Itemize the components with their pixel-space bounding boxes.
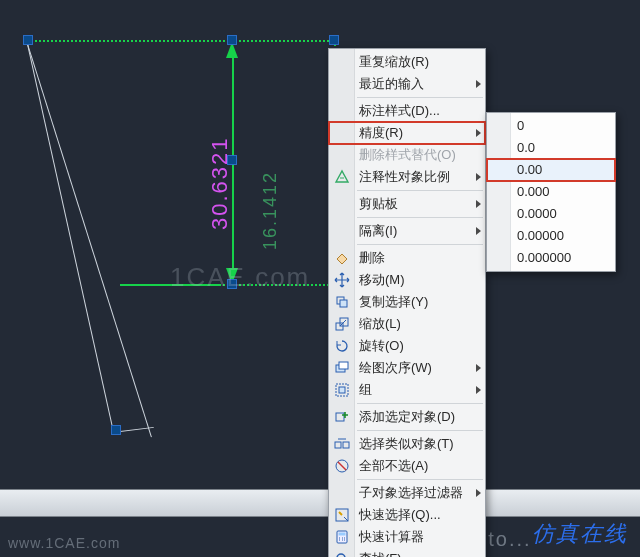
precision-option[interactable]: 0.00000 (487, 225, 615, 247)
menu-item-find[interactable]: 查找(F)... (329, 548, 485, 557)
menu-item-label: 移动(M) (359, 272, 405, 287)
geom-line-2 (27, 44, 152, 437)
selection-grip[interactable] (329, 35, 339, 45)
menu-item-label: 添加选定对象(D) (359, 409, 455, 424)
precision-option-label: 0.0000 (517, 206, 557, 221)
precision-option-label: 0 (517, 118, 524, 133)
menu-item-label: 最近的输入 (359, 76, 424, 91)
context-menu[interactable]: 重复缩放(R)最近的输入标注样式(D)...精度(R)删除样式替代(O)注释性对… (328, 48, 486, 557)
menu-item-addsel[interactable]: 添加选定对象(D) (329, 406, 485, 428)
precision-submenu[interactable]: 00.00.000.0000.00000.000000.000000 (486, 112, 616, 272)
menu-separator (357, 190, 483, 191)
menu-item-annoscale[interactable]: 注释性对象比例 (329, 166, 485, 188)
menu-item-label: 选择类似对象(T) (359, 436, 454, 451)
watermark-bottom-left: www.1CAE.com (8, 535, 120, 551)
move-icon (333, 271, 351, 289)
menu-item-scale[interactable]: 缩放(L) (329, 313, 485, 335)
watermark-center: 1CAE.com (170, 262, 310, 293)
menu-item-label: 标注样式(D)... (359, 103, 440, 118)
menu-item-label: 全部不选(A) (359, 458, 428, 473)
menu-item-label: 快速计算器 (359, 529, 424, 544)
menu-item-label: 查找(F)... (359, 551, 412, 557)
precision-option[interactable]: 0.000000 (487, 247, 615, 269)
precision-option-label: 0.000000 (517, 250, 571, 265)
precision-option-label: 0.00 (517, 162, 542, 177)
find-icon (333, 550, 351, 557)
menu-item-rotate[interactable]: 旋转(O) (329, 335, 485, 357)
qsel-icon (333, 506, 351, 524)
anno-icon (333, 168, 351, 186)
addsel-icon (333, 408, 351, 426)
menu-item-label: 重复缩放(R) (359, 54, 429, 69)
selection-grip[interactable] (227, 155, 237, 165)
menu-item-quickcalc[interactable]: 快速计算器 (329, 526, 485, 548)
menu-item-label: 子对象选择过滤器 (359, 485, 463, 500)
menu-item-label: 旋转(O) (359, 338, 404, 353)
svg-rect-1 (340, 300, 347, 307)
selsim-icon (333, 435, 351, 453)
drawing-canvas[interactable]: 30.6321 16.1412 1CAE.com www.1CAE.com 仿真… (0, 0, 640, 557)
selection-grip[interactable] (111, 425, 121, 435)
menu-item-repeat[interactable]: 重复缩放(R) (329, 51, 485, 73)
menu-separator (357, 479, 483, 480)
menu-separator (357, 217, 483, 218)
menu-item-isolate[interactable]: 隔离(I) (329, 220, 485, 242)
menu-item-clipboard[interactable]: 剪贴板 (329, 193, 485, 215)
selection-grip[interactable] (227, 35, 237, 45)
menu-item-erase[interactable]: 删除 (329, 247, 485, 269)
menu-item-recent[interactable]: 最近的输入 (329, 73, 485, 95)
dimension-value-secondary: 16.1412 (260, 171, 281, 250)
menu-item-delstyle: 删除样式替代(O) (329, 144, 485, 166)
menu-separator (357, 430, 483, 431)
menu-item-draworder[interactable]: 绘图次序(W) (329, 357, 485, 379)
menu-item-copysel[interactable]: 复制选择(Y) (329, 291, 485, 313)
menu-item-label: 精度(R) (359, 125, 403, 140)
menu-separator (357, 244, 483, 245)
erase-icon (333, 249, 351, 267)
submenu-arrow-icon (476, 227, 481, 235)
submenu-arrow-icon (476, 200, 481, 208)
menu-item-dimstyle[interactable]: 标注样式(D)... (329, 100, 485, 122)
menu-item-subfilter[interactable]: 子对象选择过滤器 (329, 482, 485, 504)
calc-icon (333, 528, 351, 546)
precision-option-label: 0.000 (517, 184, 550, 199)
extension-line-top (24, 40, 336, 42)
menu-item-label: 复制选择(Y) (359, 294, 428, 309)
watermark-bottom-right: 仿真在线 (532, 519, 628, 549)
geom-line-1 (27, 44, 115, 435)
svg-rect-5 (339, 362, 348, 369)
submenu-arrow-icon (476, 173, 481, 181)
menu-item-selsimilar[interactable]: 选择类似对象(T) (329, 433, 485, 455)
svg-rect-9 (335, 442, 341, 448)
svg-rect-14 (339, 533, 346, 536)
menu-item-label: 剪贴板 (359, 196, 398, 211)
desel-icon (333, 457, 351, 475)
precision-option[interactable]: 0.0 (487, 137, 615, 159)
menu-item-label: 快速选择(Q)... (359, 507, 441, 522)
menu-item-qselect[interactable]: 快速选择(Q)... (329, 504, 485, 526)
submenu-arrow-icon (476, 386, 481, 394)
copy-icon (333, 293, 351, 311)
menu-item-group[interactable]: 组 (329, 379, 485, 401)
menu-item-label: 绘图次序(W) (359, 360, 432, 375)
menu-item-label: 注释性对象比例 (359, 169, 450, 184)
menu-item-label: 隔离(I) (359, 223, 397, 238)
precision-option[interactable]: 0 (487, 115, 615, 137)
submenu-arrow-icon (476, 489, 481, 497)
menu-item-deselectall[interactable]: 全部不选(A) (329, 455, 485, 477)
precision-option[interactable]: 0.0000 (487, 203, 615, 225)
svg-rect-7 (339, 387, 345, 393)
selection-grip[interactable] (23, 35, 33, 45)
precision-option[interactable]: 0.00 (487, 159, 615, 181)
menu-item-label: 删除 (359, 250, 385, 265)
precision-option-label: 0.0 (517, 140, 535, 155)
menu-item-label: 缩放(L) (359, 316, 401, 331)
submenu-arrow-icon (476, 364, 481, 372)
menu-item-move[interactable]: 移动(M) (329, 269, 485, 291)
precision-option-label: 0.00000 (517, 228, 564, 243)
menu-item-precision[interactable]: 精度(R) (329, 122, 485, 144)
dimension-value-primary: 30.6321 (207, 136, 233, 230)
precision-option[interactable]: 0.000 (487, 181, 615, 203)
submenu-arrow-icon (476, 80, 481, 88)
status-bar (0, 489, 640, 517)
